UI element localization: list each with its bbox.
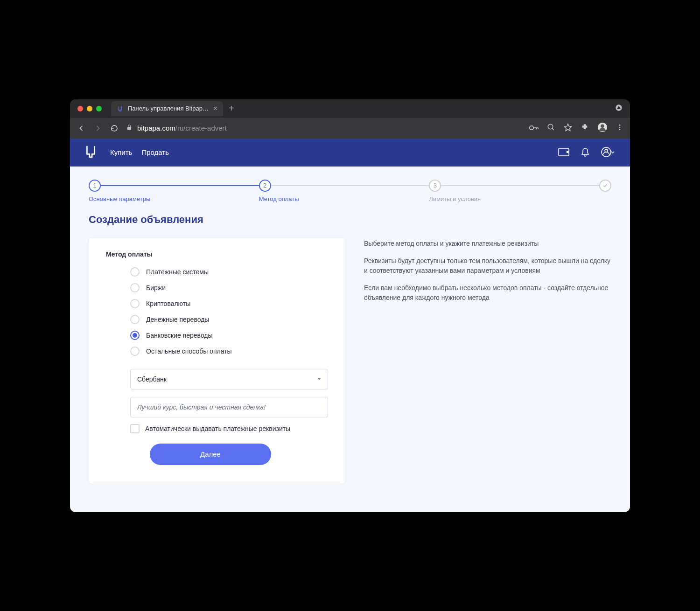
info-p2: Реквизиты будут доступны только тем поль…	[364, 256, 611, 276]
svg-point-4	[548, 124, 553, 129]
radio-other[interactable]: Остальные способы оплаты	[130, 347, 328, 356]
tagline-input[interactable]	[130, 397, 328, 417]
tab-strip: Панель управления Bitpapa на × +	[111, 101, 615, 116]
step-3-label: Лимиты и условия	[429, 195, 599, 202]
close-window-icon[interactable]	[77, 106, 83, 111]
check-icon	[599, 180, 611, 192]
radio-icon	[130, 267, 140, 277]
titlebar-right	[615, 104, 623, 113]
zoom-icon[interactable]	[547, 123, 555, 133]
step-1-label: Основные параметры	[89, 195, 259, 202]
svg-point-6	[601, 124, 604, 127]
chevron-down-icon	[317, 378, 321, 380]
radio-crypto[interactable]: Криптовалюты	[130, 299, 328, 308]
nav-buy[interactable]: Купить	[110, 148, 132, 156]
radio-icon	[130, 299, 140, 308]
radio-icon	[130, 347, 140, 356]
shield-icon[interactable]	[615, 105, 623, 113]
svg-point-9	[619, 129, 621, 130]
svg-rect-2	[127, 127, 131, 130]
info-p3: Если вам необходимо выбрать несколько ме…	[364, 283, 611, 303]
nav-sell[interactable]: Продать	[141, 148, 169, 156]
browser-window: Панель управления Bitpapa на × + bitpapa	[70, 99, 630, 512]
back-button[interactable]	[77, 124, 86, 133]
payment-method-card: Метод оплаты Платежные системы Биржи	[89, 237, 345, 484]
side-info: Выберите метод оплаты и укажите платежны…	[364, 237, 611, 484]
maximize-window-icon[interactable]	[96, 106, 102, 111]
minimize-window-icon[interactable]	[87, 106, 92, 111]
radio-icon	[130, 315, 140, 324]
lock-icon	[126, 124, 133, 132]
svg-point-3	[530, 125, 533, 129]
profile-icon[interactable]	[597, 122, 608, 134]
radio-exchanges[interactable]: Биржи	[130, 283, 328, 292]
url-host: bitpapa.com	[137, 124, 175, 132]
step-1[interactable]: 1 Основные параметры	[89, 180, 259, 202]
svg-point-13	[605, 149, 608, 152]
new-tab-button[interactable]: +	[229, 103, 234, 114]
browser-tab[interactable]: Панель управления Bitpapa на ×	[111, 101, 223, 116]
page-body: Купить Продать 1	[70, 139, 630, 512]
step-3-circle: 3	[429, 180, 441, 192]
forward-button[interactable]	[93, 124, 103, 133]
wallet-icon[interactable]	[558, 148, 569, 157]
site-header: Купить Продать	[70, 139, 630, 167]
extensions-icon[interactable]	[581, 123, 589, 133]
svg-point-7	[619, 125, 621, 126]
window-controls	[77, 106, 102, 111]
svg-rect-11	[567, 151, 568, 153]
favicon-icon	[117, 105, 124, 112]
radio-icon	[130, 331, 140, 340]
stepper: 1 Основные параметры 2 Метод оплаты 3	[89, 180, 611, 202]
bell-icon[interactable]	[581, 147, 590, 158]
payment-method-radios: Платежные системы Биржи Криптовалюты	[106, 267, 328, 356]
auto-requisites-checkbox[interactable]	[130, 424, 140, 433]
next-button[interactable]: Далее	[150, 444, 271, 465]
step-1-circle: 1	[89, 180, 101, 192]
bitpapa-logo[interactable]	[85, 145, 97, 160]
checkbox-label: Автоматически выдавать платежные реквизи…	[145, 425, 290, 432]
reload-button[interactable]	[110, 124, 119, 132]
card-title: Метод оплаты	[106, 250, 328, 258]
radio-icon	[130, 283, 140, 292]
account-icon[interactable]	[601, 147, 615, 158]
url-field[interactable]: bitpapa.com/ru/create-advert	[126, 124, 522, 132]
radio-bank-transfer[interactable]: Банковские переводы	[130, 331, 328, 340]
step-2-circle: 2	[259, 180, 271, 192]
step-2-label: Метод оплаты	[259, 195, 429, 202]
close-tab-icon[interactable]: ×	[213, 105, 217, 112]
radio-payment-systems[interactable]: Платежные системы	[130, 267, 328, 277]
tab-title: Панель управления Bitpapa на	[128, 105, 210, 112]
menu-icon[interactable]	[616, 124, 623, 133]
bank-select[interactable]: Сбербанк	[130, 369, 328, 389]
address-bar: bitpapa.com/ru/create-advert	[70, 118, 630, 139]
content: 1 Основные параметры 2 Метод оплаты 3	[70, 167, 630, 512]
site-nav: Купить Продать	[110, 148, 169, 156]
svg-point-8	[619, 126, 621, 128]
radio-money-transfer[interactable]: Денежные переводы	[130, 315, 328, 324]
url-path: /ru/create-advert	[175, 124, 227, 132]
info-p1: Выберите метод оплаты и укажите платежны…	[364, 239, 611, 249]
step-2[interactable]: 2 Метод оплаты	[259, 180, 429, 202]
page-title: Создание объявления	[89, 214, 611, 226]
step-done	[599, 180, 611, 192]
star-icon[interactable]	[564, 123, 572, 133]
titlebar: Панель управления Bitpapa на × +	[70, 99, 630, 118]
step-3: 3 Лимиты и условия	[429, 180, 599, 202]
key-icon[interactable]	[529, 124, 539, 132]
bank-select-value: Сбербанк	[137, 375, 167, 383]
